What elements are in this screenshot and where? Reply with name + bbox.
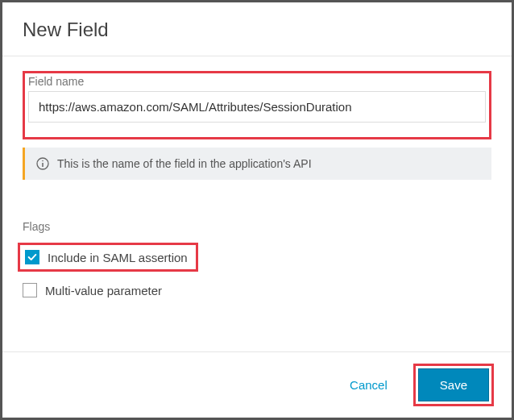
dialog-footer: Cancel Save: [2, 351, 512, 418]
save-button[interactable]: Save: [418, 368, 489, 401]
include-saml-label: Include in SAML assertion: [48, 251, 188, 264]
multi-value-checkbox[interactable]: [23, 283, 37, 297]
info-icon: [36, 157, 49, 170]
field-name-highlight: Field name: [23, 71, 491, 139]
check-icon: [27, 252, 38, 263]
dialog-header: New Field: [2, 2, 512, 56]
flags-label: Flags: [23, 220, 491, 233]
dialog-title: New Field: [23, 19, 491, 41]
svg-point-2: [42, 160, 44, 162]
dialog-content: Field name This is the name of the field…: [2, 56, 512, 351]
multi-value-row: Multi-value parameter: [23, 283, 491, 297]
cancel-button[interactable]: Cancel: [338, 370, 399, 400]
new-field-dialog: New Field Field name This is the name of…: [2, 2, 512, 418]
info-notice: This is the name of the field in the app…: [23, 148, 491, 180]
save-highlight: Save: [413, 364, 494, 406]
field-name-input[interactable]: [28, 91, 486, 123]
info-text: This is the name of the field in the app…: [57, 157, 312, 170]
include-saml-highlight: Include in SAML assertion: [18, 243, 198, 272]
include-saml-row: Include in SAML assertion: [25, 250, 188, 264]
field-name-label: Field name: [28, 75, 486, 88]
multi-value-label: Multi-value parameter: [45, 284, 162, 297]
flags-section: Flags Include in SAML assertion: [23, 220, 491, 297]
include-saml-checkbox[interactable]: [25, 250, 39, 264]
field-name-group: Field name: [28, 75, 486, 123]
